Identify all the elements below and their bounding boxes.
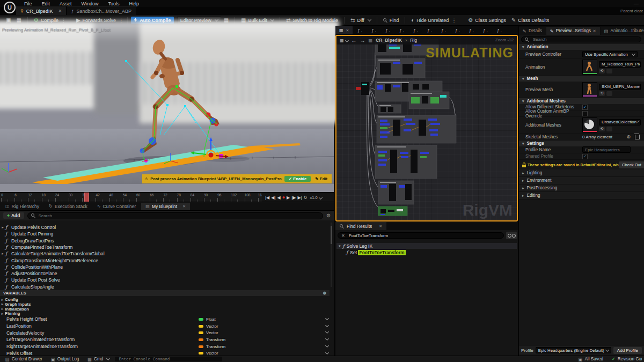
section-animation[interactable]: ▾Animation [519,44,644,50]
variable-options-icon[interactable] [325,323,329,327]
viewport-3d-scene[interactable]: Previewing Animation M_Relaxed_Run_Pivot… [0,34,334,192]
hide-unrelated-button[interactable]: ◐Hide Unrelated [408,16,451,24]
variable-item[interactable]: LastPositionVector [0,323,330,330]
menu-item-window[interactable]: Window [77,1,104,6]
function-item[interactable]: ƒUpdate Foot Post Solve [0,277,330,283]
tab-details[interactable]: ✎Details [519,27,546,35]
profile-name-input[interactable]: Epic Headquarters [582,146,631,153]
find-results-search[interactable]: ✕ [338,232,504,239]
details-search-input[interactable] [532,36,638,42]
menu-item-file[interactable]: File [19,1,37,6]
use-selected-icon[interactable]: ⟲ [599,69,605,73]
preview-controller-dropdown[interactable]: Use Specific Animation [582,51,638,57]
variable-options-icon[interactable] [325,316,329,320]
expand-arrow-icon[interactable]: ▸ [0,225,5,230]
playback-button-2[interactable]: ◀ [277,195,280,200]
playback-button-3[interactable]: ● [282,195,285,200]
window-minimize-button[interactable]: — [634,1,639,6]
find-in-blueprints-button[interactable] [506,232,517,239]
add-array-element-icon[interactable]: ⊕ [626,134,631,139]
graph-function-tab[interactable]: ƒ. [450,26,464,34]
function-item[interactable]: ▸ƒCalculateTargetAnimatedToeTransformGlo… [0,250,330,257]
graph-tab-rig[interactable]: ▦✕ [335,26,353,34]
playback-button-4[interactable]: ▶ [287,195,290,200]
variable-item[interactable]: CalculatedVelocityVector [0,329,330,336]
find-result-group[interactable]: ▾ ƒ Solve Leg IK [336,243,517,249]
enable-button[interactable]: ✓ Enable [284,176,311,182]
close-icon[interactable]: ✕ [593,29,596,33]
function-item[interactable]: ƒCalculateSlopeAngle [0,284,330,290]
unreal-logo-icon[interactable]: U [4,2,16,13]
graph-function-tab[interactable]: ƒ. [492,26,506,34]
graph-function-tab[interactable]: ƒ. [464,26,478,34]
function-item[interactable]: ƒClampTransformMinHeightFromReference [0,257,330,264]
add-button[interactable]: +Add [3,212,24,219]
variable-item[interactable]: RightTargetAnimatedToeTransformTransform [0,343,330,350]
section-environment[interactable]: ▸Environment [519,177,644,184]
use-selected-icon[interactable]: ⟲ [599,91,605,96]
close-icon[interactable]: ✕ [379,224,382,228]
section-editing[interactable]: ▸Editing [519,192,644,200]
browse-to-asset-icon[interactable] [606,127,612,131]
clear-array-icon[interactable] [635,135,640,139]
function-item[interactable]: ƒDebugDrawFootPins [0,238,330,244]
graph-function-tab[interactable]: ƒ. [408,26,422,34]
close-icon[interactable]: ✕ [346,28,349,33]
use-selected-icon[interactable]: ⟲ [599,127,605,131]
check-out-button[interactable]: Check Out [619,161,644,168]
find-results-tab[interactable]: Find Results ✕ [335,222,386,230]
timeline-ruler[interactable]: 0612182430364248546066727884909610210811… [0,193,262,202]
profile-dropdown[interactable]: Epic Headquarters (Engine Default) [536,347,611,353]
graph-canvas[interactable]: ▦ ← → ▦ CR_BipedIK › Rig Zoom -12 SIMULA… [335,35,518,221]
playback-speed-dropdown[interactable]: x1.0 [310,195,321,200]
menu-item-asset[interactable]: Asset [55,1,77,6]
tab-animation-attributes[interactable]: ▤Animatio...tributes [601,27,644,35]
animation-asset-dropdown[interactable]: M_Relaxed_Run_Pivot_B_F_Lfoot [599,61,641,68]
close-icon[interactable]: ✕ [182,204,186,209]
class-settings-button[interactable]: ⚙Class Settings [465,16,509,24]
variable-options-icon[interactable] [325,337,329,341]
function-item[interactable]: ƒAdjustPositionToPlane [0,270,330,277]
section-lighting[interactable]: ▸Lighting [519,169,644,177]
graph-function-tab[interactable]: ƒ. [478,26,492,34]
browse-to-asset-icon[interactable] [606,69,612,73]
panel-tab-curve-container[interactable]: ∿Curve Container [93,203,141,210]
mesh-thumbnail[interactable] [582,82,597,97]
mesh-asset-dropdown[interactable]: SKM_UEFN_Mannequin [599,84,641,90]
my-blueprint-search[interactable] [27,212,323,219]
timeline-playhead[interactable] [84,193,89,202]
details-search[interactable] [521,36,641,42]
graph-function-tab[interactable]: ƒ. [436,26,450,34]
find-button[interactable]: Find [380,17,402,24]
graph-view-dropdown[interactable]: ▦ [340,38,348,43]
console-command-input[interactable] [118,356,219,362]
my-blueprint-search-input[interactable] [38,213,319,219]
hide-unrelated-options-button[interactable]: ⋮ [451,18,457,23]
expand-arrow-icon[interactable]: ▸ [0,307,5,311]
menu-item-help[interactable]: Help [125,1,144,6]
revision-control-button[interactable]: ✓Revision Control [609,356,642,362]
variable-options-icon[interactable] [325,350,329,354]
expand-arrow-icon[interactable]: ▸ [522,179,524,183]
animation-thumbnail[interactable] [582,60,597,75]
breadcrumb-root[interactable]: CR_BipedIK [376,38,402,43]
section-postprocessing[interactable]: ▸PostProcessing [519,184,644,192]
class-defaults-button[interactable]: ✎Class Defaults [509,16,552,24]
function-item[interactable]: ƒComputePinnedToeTransform [0,244,330,250]
allow-skeletons-checkbox[interactable]: ✓ [582,105,588,110]
variable-category[interactable]: ▸Config [0,297,330,302]
graph-function-tab[interactable]: ƒ. [380,26,394,34]
variables-section-header[interactable]: VARIABLES ⊕ [0,290,330,296]
collection-thumbnail[interactable] [582,117,597,132]
shared-profile-checkbox[interactable]: ✓ [582,154,588,159]
panel-tab-my-blueprint[interactable]: ▤My Blueprint✕ [141,203,190,210]
browse-to-asset-icon[interactable] [606,91,612,96]
output-log-button[interactable]: ▣Output Log [48,356,82,362]
add-variable-icon[interactable]: ⊕ [323,291,326,295]
expand-arrow-icon[interactable]: ▾ [339,244,341,248]
playback-button-1[interactable]: ◀| [271,195,275,200]
function-item[interactable]: ▸ƒUpdate Pelvis Control [0,224,330,231]
section-additional-meshes[interactable]: ▾Additional Meshes [519,98,644,104]
variable-item[interactable]: Pelvis Height OffsetFloat [0,316,330,323]
panel-tab-rig-hierarchy[interactable]: ◫Rig Hierarchy [1,203,43,210]
